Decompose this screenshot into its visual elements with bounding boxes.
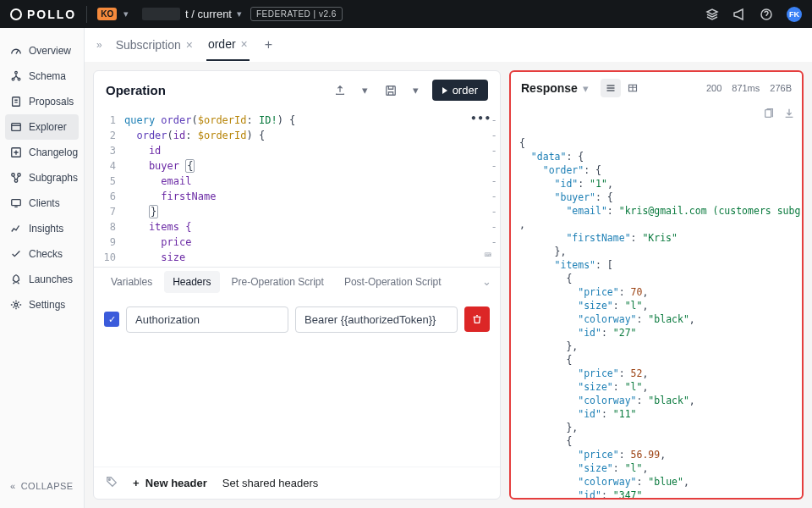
gauge-icon <box>10 45 22 57</box>
chevron-down-icon[interactable]: ▾ <box>407 81 425 100</box>
add-tab-button[interactable]: + <box>265 37 272 52</box>
copy-icon[interactable] <box>763 108 775 123</box>
new-header-button[interactable]: + New header <box>133 477 207 489</box>
check-icon <box>10 248 22 260</box>
tab-subscription[interactable]: Subscription× <box>114 30 195 60</box>
run-operation-button[interactable]: order <box>432 80 488 101</box>
sidebar-item-insights[interactable]: Insights <box>0 216 84 241</box>
table-view-button[interactable] <box>623 79 643 97</box>
close-icon[interactable]: × <box>186 38 193 52</box>
federated-badge: FEDERATED | v2.6 <box>250 7 343 21</box>
delete-header-button[interactable] <box>464 306 490 332</box>
announcements-icon[interactable] <box>732 8 746 21</box>
sidebar-item-schema[interactable]: Schema <box>0 64 84 89</box>
chevron-down-icon[interactable]: ▾ <box>356 81 375 100</box>
sidebar-item-clients[interactable]: Clients <box>0 190 84 216</box>
shared-headers-button[interactable]: Set shared headers <box>222 477 318 489</box>
subtab-postop[interactable]: Post-Operation Script <box>336 268 450 296</box>
graph-icon[interactable] <box>705 8 719 21</box>
svg-rect-12 <box>386 86 395 95</box>
response-status: 200 <box>706 83 721 93</box>
sidebar-item-settings[interactable]: Settings <box>0 292 84 318</box>
rocket-icon <box>10 273 22 285</box>
chevrons-right-icon[interactable]: » <box>96 39 102 51</box>
subtab-variables[interactable]: Variables <box>102 268 161 296</box>
svg-point-8 <box>18 174 21 177</box>
response-time: 871ms <box>732 83 760 93</box>
response-body[interactable]: { "data": { "order": { "id": "1", "buyer… <box>511 104 802 498</box>
close-icon[interactable]: × <box>241 37 248 51</box>
collapse-sidebar-button[interactable]: « COLLAPSE <box>0 474 84 498</box>
operation-tabs: » Subscription× order× + <box>85 28 812 62</box>
keyboard-icon[interactable]: ⌨ <box>485 248 491 262</box>
explorer-icon <box>10 121 22 133</box>
plus-square-icon <box>10 146 22 158</box>
sidebar-item-overview[interactable]: Overview <box>0 38 84 64</box>
clients-icon <box>10 197 22 209</box>
editor-menu-icon[interactable]: ••• <box>470 113 491 124</box>
sidebar: Overview Schema Proposals Explorer Chang… <box>0 28 85 508</box>
sidebar-item-explorer[interactable]: Explorer <box>5 114 79 140</box>
sidebar-item-subgraphs[interactable]: Subgraphs <box>0 165 84 190</box>
chevron-down-icon[interactable]: ▾ <box>123 8 129 19</box>
svg-point-7 <box>12 174 15 177</box>
chevrons-left-icon: « <box>10 481 16 491</box>
svg-point-11 <box>14 303 18 306</box>
apollo-logo[interactable]: POLLO <box>10 8 76 21</box>
insights-icon <box>10 223 22 235</box>
response-panel: Response ▾ 200 871ms 276B { "data": { "o… <box>509 70 804 500</box>
sidebar-item-changelog[interactable]: Changelog <box>0 140 84 165</box>
code-content[interactable]: query order($orderId: ID!) { order(id: $… <box>124 113 488 263</box>
svg-point-13 <box>109 479 111 481</box>
collapse-icon[interactable]: ⌄ <box>482 275 491 288</box>
save-icon[interactable] <box>381 81 400 100</box>
header-enabled-checkbox[interactable]: ✓ <box>104 312 119 327</box>
user-avatar[interactable]: FK <box>787 7 802 22</box>
svg-rect-10 <box>12 200 21 206</box>
tag-icon[interactable] <box>106 476 118 490</box>
subtab-preop[interactable]: Pre-Operation Script <box>223 268 332 296</box>
query-editor[interactable]: ••• 123456789101112131415 query order($o… <box>94 109 500 267</box>
chevron-down-icon: ▾ <box>237 8 242 19</box>
line-gutter: 123456789101112131415 <box>94 113 124 263</box>
gear-icon <box>10 299 22 311</box>
subtab-headers[interactable]: Headers <box>164 271 219 293</box>
topbar: POLLO KO ▾ ████ t / current ▾ FEDERATED … <box>0 0 812 28</box>
operation-title: Operation <box>106 83 166 97</box>
download-icon[interactable] <box>783 108 795 123</box>
svg-point-9 <box>14 179 18 183</box>
sidebar-item-proposals[interactable]: Proposals <box>0 89 84 114</box>
svg-rect-5 <box>12 124 21 131</box>
fold-gutter[interactable]: --------- <box>488 113 500 263</box>
header-value-input[interactable] <box>295 306 458 333</box>
graph-context[interactable]: ████ t / current ▾ <box>142 8 242 20</box>
response-size: 276B <box>770 83 792 93</box>
svg-rect-15 <box>765 110 771 118</box>
headers-panel: ✓ <box>94 296 500 467</box>
operation-panel: Operation ▾ ▾ order ••• 1234567891011121… <box>93 70 501 500</box>
document-icon <box>10 96 22 108</box>
svg-rect-4 <box>13 97 20 107</box>
header-key-input[interactable] <box>126 306 288 333</box>
help-icon[interactable] <box>760 8 773 21</box>
svg-point-1 <box>15 71 18 74</box>
json-view-button[interactable] <box>601 79 621 97</box>
sidebar-item-checks[interactable]: Checks <box>0 241 84 267</box>
org-badge[interactable]: KO <box>97 8 117 20</box>
header-row: ✓ <box>104 306 490 333</box>
sidebar-item-launches[interactable]: Launches <box>0 267 84 292</box>
tab-order[interactable]: order× <box>206 29 250 61</box>
schema-icon <box>10 70 22 82</box>
request-subtabs: Variables Headers Pre-Operation Script P… <box>94 267 500 296</box>
subgraphs-icon <box>10 172 22 184</box>
chevron-down-icon[interactable]: ▾ <box>583 82 589 95</box>
share-icon[interactable] <box>331 81 349 100</box>
play-icon <box>442 87 447 94</box>
response-title: Response <box>521 81 578 95</box>
